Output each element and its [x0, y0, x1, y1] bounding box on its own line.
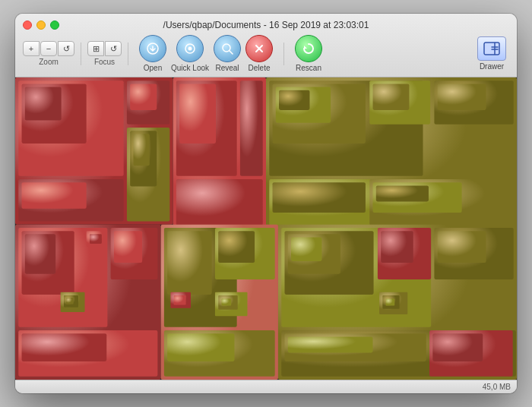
drawer-label: Drawer [480, 62, 504, 71]
open-button[interactable]: Open [139, 35, 166, 72]
reveal-button[interactable]: Reveal [214, 35, 241, 72]
svg-rect-19 [22, 182, 87, 209]
drawer-button[interactable]: Drawer [477, 36, 506, 71]
drawer-icon [477, 36, 506, 61]
svg-rect-45 [25, 234, 55, 273]
status-bar: 45,0 MB [15, 380, 517, 393]
close-button[interactable] [23, 21, 32, 30]
zoom-in-button[interactable]: + [23, 41, 40, 56]
svg-line-4 [230, 51, 233, 54]
content-area[interactable] [15, 77, 517, 380]
separator-3 [283, 43, 284, 65]
svg-rect-47 [114, 231, 142, 263]
svg-rect-8 [484, 43, 499, 55]
zoom-group: + − ↺ Zoom [23, 41, 74, 66]
maximize-button[interactable] [50, 21, 59, 30]
rescan-label: Rescan [296, 64, 321, 72]
focus-buttons: ⊞ ↺ [87, 41, 122, 56]
focus-label: Focus [94, 58, 115, 66]
zoom-buttons: + − ↺ [23, 41, 74, 56]
svg-rect-71 [221, 298, 231, 305]
svg-rect-76 [432, 333, 483, 361]
quicklook-button[interactable]: Quick Look [171, 35, 209, 72]
svg-rect-56 [167, 333, 234, 361]
delete-label: Delete [249, 64, 271, 72]
titlebar: /Users/qbap/Documents - 16 Sep 2019 at 2… [15, 14, 517, 77]
svg-rect-40 [240, 80, 263, 176]
svg-rect-81 [386, 298, 395, 305]
titlebar-top: /Users/qbap/Documents - 16 Sep 2019 at 2… [23, 20, 509, 30]
traffic-lights [23, 21, 59, 30]
svg-rect-52 [167, 231, 212, 295]
svg-rect-78 [174, 295, 186, 305]
window-title: /Users/qbap/Documents - 16 Sep 2019 at 2… [23, 20, 509, 30]
zoom-label: Zoom [39, 58, 59, 66]
quicklook-icon [176, 35, 204, 62]
svg-rect-54 [218, 231, 255, 263]
zoom-reset-button[interactable]: ↺ [58, 41, 74, 56]
svg-rect-61 [291, 238, 321, 261]
treemap-visualization [15, 77, 517, 380]
toolbar: + − ↺ Zoom ⊞ ↺ Focus [23, 35, 509, 77]
svg-rect-17 [130, 84, 157, 110]
reveal-icon [214, 35, 241, 62]
svg-rect-63 [438, 231, 486, 263]
status-size: 45,0 MB [483, 383, 511, 391]
svg-point-2 [188, 47, 192, 51]
focus-btn2[interactable]: ↺ [105, 41, 122, 56]
svg-rect-29 [373, 84, 410, 110]
rescan-button[interactable]: Rescan [295, 35, 322, 72]
svg-rect-39 [179, 84, 216, 144]
svg-marker-7 [304, 46, 307, 49]
svg-rect-36 [376, 185, 429, 201]
reveal-label: Reveal [215, 64, 239, 72]
svg-rect-41 [176, 179, 263, 226]
focus-group: ⊞ ↺ Focus [87, 41, 122, 66]
svg-rect-31 [438, 84, 486, 110]
svg-rect-83 [90, 234, 102, 244]
delete-icon [245, 35, 273, 62]
quicklook-label: Quick Look [171, 64, 209, 72]
svg-rect-15 [25, 87, 62, 121]
svg-rect-22 [133, 134, 149, 166]
separator-1 [81, 43, 81, 65]
minimize-button[interactable] [36, 21, 46, 30]
rescan-icon [295, 35, 322, 62]
svg-rect-33 [273, 182, 366, 213]
open-icon [139, 35, 166, 62]
open-label: Open [144, 64, 162, 72]
svg-rect-49 [22, 333, 107, 361]
svg-rect-27 [279, 90, 309, 110]
focus-btn1[interactable]: ⊞ [87, 41, 104, 56]
zoom-out-button[interactable]: − [40, 41, 57, 56]
svg-rect-65 [381, 231, 413, 263]
app-window: /Users/qbap/Documents - 16 Sep 2019 at 2… [15, 14, 517, 393]
separator-2 [128, 43, 128, 65]
delete-button[interactable]: Delete [245, 35, 273, 72]
svg-rect-74 [288, 336, 373, 352]
icon-btn-group: Open Quick Look [139, 35, 273, 72]
svg-rect-68 [66, 298, 74, 304]
